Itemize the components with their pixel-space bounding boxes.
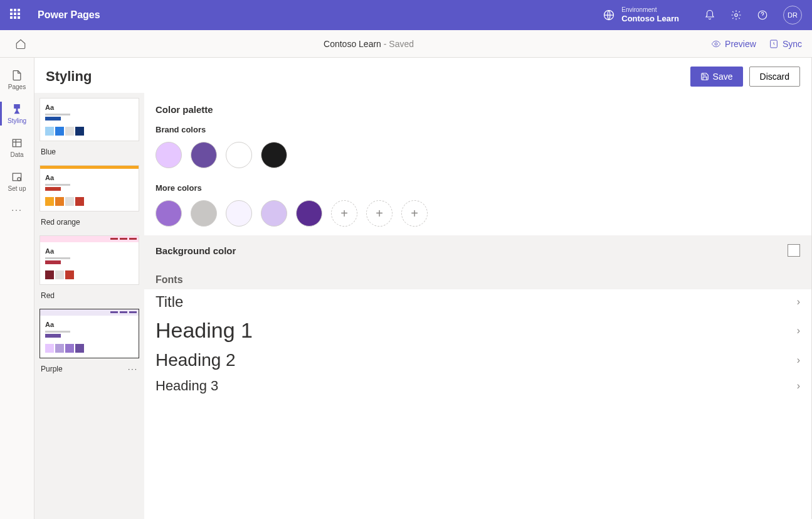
chevron-right-icon: › xyxy=(797,355,800,366)
breadcrumb: Contoso Learn - Saved xyxy=(26,39,711,49)
theme-card-red[interactable]: Aa xyxy=(40,235,139,285)
environment-picker[interactable]: Environment Contoso Learn xyxy=(603,6,679,24)
more-swatches: + + + xyxy=(144,195,811,235)
env-label: Environment xyxy=(621,6,679,14)
color-swatch[interactable] xyxy=(296,200,322,227)
theme-label: Purple xyxy=(41,365,63,373)
brand-swatches xyxy=(144,137,811,177)
font-h1-row[interactable]: Heading 1› xyxy=(144,314,811,346)
bell-icon[interactable] xyxy=(704,9,715,21)
left-rail: Pages Styling Data Set up ··· xyxy=(0,58,34,519)
theme-label: Red orange xyxy=(40,215,139,235)
color-swatch[interactable] xyxy=(156,200,182,227)
globe-icon xyxy=(603,9,615,21)
rail-data[interactable]: Data xyxy=(0,132,34,163)
app-title: Power Pages xyxy=(38,9,603,21)
rail-styling[interactable]: Styling xyxy=(0,98,34,129)
svg-point-7 xyxy=(18,178,21,181)
color-swatch[interactable] xyxy=(156,142,182,168)
gear-icon[interactable] xyxy=(730,9,742,21)
color-swatch[interactable] xyxy=(261,142,287,168)
rail-more[interactable]: ··· xyxy=(0,200,34,220)
color-swatch[interactable] xyxy=(226,200,252,227)
help-icon[interactable] xyxy=(757,9,768,21)
theme-card-purple[interactable]: Aa xyxy=(40,309,139,358)
background-color-row[interactable]: Background color xyxy=(144,235,811,265)
save-status: - Saved xyxy=(381,39,414,49)
eye-icon xyxy=(711,39,721,49)
waffle-icon[interactable] xyxy=(10,9,23,21)
rail-pages[interactable]: Pages xyxy=(0,64,34,95)
svg-point-1 xyxy=(735,14,738,17)
save-icon xyxy=(700,72,709,81)
sub-header: Contoso Learn - Saved Preview Sync xyxy=(0,30,812,58)
properties-column: Color palette Brand colors More colors + xyxy=(144,93,811,519)
env-name: Contoso Learn xyxy=(621,14,679,24)
font-title-row[interactable]: Title› xyxy=(144,289,811,314)
fonts-title: Fonts xyxy=(144,265,811,289)
chevron-right-icon: › xyxy=(797,380,800,392)
data-icon xyxy=(11,137,23,149)
font-h2-row[interactable]: Heading 2› xyxy=(144,346,811,374)
svg-point-3 xyxy=(715,43,717,45)
themes-list[interactable]: Aa Blue Aa Red orange Aa xyxy=(34,93,144,519)
color-swatch[interactable] xyxy=(191,142,217,168)
add-color-button[interactable]: + xyxy=(401,200,428,227)
styling-panel: Styling Save Discard Aa Blue xyxy=(34,58,812,519)
brand-colors-label: Brand colors xyxy=(144,119,811,137)
theme-label: Red xyxy=(40,289,139,309)
more-colors-label: More colors xyxy=(144,177,811,195)
theme-card-red-orange[interactable]: Aa xyxy=(40,165,139,211)
add-color-button[interactable]: + xyxy=(331,200,357,227)
color-swatch[interactable] xyxy=(261,200,287,227)
bg-chip[interactable] xyxy=(788,244,800,257)
rail-setup[interactable]: Set up xyxy=(0,166,34,197)
preview-button[interactable]: Preview xyxy=(711,39,756,49)
svg-rect-5 xyxy=(13,139,21,147)
app-header: Power Pages Environment Contoso Learn DR xyxy=(0,0,812,30)
font-h3-row[interactable]: Heading 3› xyxy=(144,374,811,398)
pages-icon xyxy=(11,69,23,82)
setup-icon xyxy=(11,171,23,183)
chevron-right-icon: › xyxy=(797,296,800,308)
chevron-right-icon: › xyxy=(797,325,800,336)
theme-card-blue[interactable]: Aa xyxy=(40,98,139,141)
svg-rect-6 xyxy=(13,173,21,181)
ellipsis-icon[interactable]: ··· xyxy=(128,365,138,373)
site-name: Contoso Learn xyxy=(324,39,381,49)
save-button[interactable]: Save xyxy=(690,67,743,87)
user-avatar[interactable]: DR xyxy=(783,6,802,24)
color-swatch[interactable] xyxy=(226,142,252,168)
discard-button[interactable]: Discard xyxy=(749,67,800,87)
add-color-button[interactable]: + xyxy=(366,200,393,227)
sync-button[interactable]: Sync xyxy=(769,39,802,49)
ellipsis-icon: ··· xyxy=(11,205,23,215)
theme-label: Blue xyxy=(40,145,139,165)
color-swatch[interactable] xyxy=(191,200,217,227)
brush-icon xyxy=(11,103,23,115)
sync-icon xyxy=(769,39,779,49)
panel-title: Styling xyxy=(46,68,92,85)
color-palette-title: Color palette xyxy=(144,93,811,119)
home-icon[interactable] xyxy=(15,38,26,50)
